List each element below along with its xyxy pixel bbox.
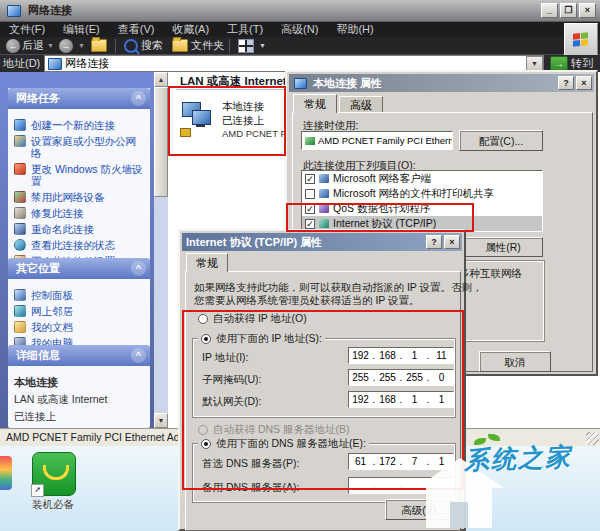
menu-advanced[interactable]: 高级(N): [272, 22, 327, 37]
network-tasks-header[interactable]: 网络任务 ^: [8, 88, 150, 109]
scroll-down-icon[interactable]: ▼: [154, 413, 168, 428]
tab-general[interactable]: 常规: [186, 253, 228, 272]
toolbar: ← 后退 ▼ → ▼ 搜索 文件夹 ▼: [0, 37, 600, 55]
properties-button[interactable]: 属性(R): [463, 237, 543, 257]
scrollbar-thumb[interactable]: [154, 87, 168, 197]
address-label: 地址(D): [3, 56, 40, 71]
other-places-header[interactable]: 其它位置 ^: [8, 258, 150, 279]
chevron-up-icon[interactable]: ^: [131, 261, 146, 276]
back-icon[interactable]: ←: [6, 39, 20, 53]
tcpip-dialog-titlebar: Internet 协议 (TCP/IP) 属性 ? ×: [182, 233, 462, 251]
close-button[interactable]: ×: [579, 3, 596, 18]
sidebar-item-rename[interactable]: 重命名此连接: [14, 223, 146, 235]
sidebar-item-home-network[interactable]: 设置家庭或小型办公网络: [14, 135, 146, 159]
search-icon[interactable]: [124, 39, 138, 53]
network-tasks-title: 网络任务: [16, 92, 60, 104]
tcpip-description-line2: 您需要从网络系统管理员处获得适当的 IP 设置。: [194, 294, 420, 308]
sidebar-item-network-places[interactable]: 网上邻居: [14, 305, 146, 317]
task-pane-sidebar: 网络任务 ^ 创建一个新的连接 设置家庭或小型办公网络 更改 Windows 防…: [0, 72, 154, 428]
sidebar-item-view-status[interactable]: 查看此连接的状态: [14, 239, 146, 251]
status-text: AMD PCNET Family PCI Ethernet Adapter: [6, 431, 204, 443]
client-icon: [319, 174, 329, 183]
folders-icon[interactable]: [172, 39, 188, 52]
go-label[interactable]: 转到: [571, 56, 593, 71]
description-groupbox: 多种互联网络: [455, 260, 545, 342]
sidebar-item-control-panel[interactable]: 控制面板: [14, 289, 146, 301]
list-item-label: Microsoft 网络的文件和打印机共享: [333, 187, 494, 201]
new-connection-icon: [14, 119, 26, 131]
maximize-button[interactable]: ❐: [560, 3, 577, 18]
home-network-icon: [14, 135, 26, 147]
configure-button[interactable]: 配置(C)...: [459, 130, 543, 151]
forward-dropdown-icon[interactable]: ▼: [78, 42, 85, 49]
annotation-box-tcpip-item: [286, 203, 474, 232]
checkbox[interactable]: [305, 174, 315, 184]
repair-wrench-icon: [14, 207, 26, 219]
sidebar-item-new-connection[interactable]: 创建一个新的连接: [14, 119, 146, 131]
search-label[interactable]: 搜索: [141, 38, 163, 53]
control-panel-icon: [14, 289, 26, 301]
list-item-client[interactable]: Microsoft 网络客户端: [302, 171, 542, 186]
address-value: 网络连接: [65, 56, 109, 71]
chevron-up-icon[interactable]: ^: [131, 91, 146, 106]
menu-help[interactable]: 帮助(H): [327, 22, 382, 37]
back-dropdown-icon[interactable]: ▼: [47, 42, 54, 49]
sidebar-item-my-documents[interactable]: 我的文档: [14, 321, 146, 333]
resize-grip[interactable]: [586, 432, 599, 445]
chevron-up-icon[interactable]: ^: [131, 348, 146, 363]
shortcut-arrow-icon: ➚: [31, 484, 44, 497]
desktop-icon-software[interactable]: ➚: [32, 452, 76, 496]
partial-desktop-icon[interactable]: [0, 456, 12, 490]
folders-label[interactable]: 文件夹: [191, 38, 224, 53]
sidebar-scrollbar[interactable]: ▲ ▼: [154, 72, 168, 428]
close-icon[interactable]: ×: [444, 235, 460, 249]
sidebar-item-disable-device[interactable]: 禁用此网络设备: [14, 191, 146, 203]
help-icon[interactable]: ?: [558, 76, 574, 90]
toolbar-separator: [229, 39, 230, 53]
toolbar-separator: [115, 39, 116, 53]
details-panel: 详细信息 ^ 本地连接 LAN 或高速 Internet 已连接上: [8, 345, 150, 428]
advanced-button[interactable]: 高级(V)...: [385, 499, 461, 520]
minimize-button[interactable]: _: [541, 3, 558, 18]
screenshot-root: 网络连接 _ ❐ × 文件(F) 编辑(E) 查看(V) 收藏(A) 工具(T)…: [0, 0, 600, 531]
forward-icon[interactable]: →: [59, 39, 73, 53]
details-connection-type: LAN 或高速 Internet: [14, 393, 146, 407]
menu-tools[interactable]: 工具(T): [218, 22, 272, 37]
sidebar-item-repair[interactable]: 修复此连接: [14, 207, 146, 219]
lan-dialog-titlebar: 本地连接 属性 ? ×: [289, 74, 594, 92]
menu-bar: 文件(F) 编辑(E) 查看(V) 收藏(A) 工具(T) 高级(N) 帮助(H…: [0, 22, 600, 37]
menu-favorites[interactable]: 收藏(A): [163, 22, 218, 37]
other-places-title: 其它位置: [16, 262, 60, 274]
scroll-up-icon[interactable]: ▲: [154, 72, 168, 87]
details-connection-status: 已连接上: [14, 410, 146, 424]
views-dropdown-icon[interactable]: ▼: [259, 42, 266, 49]
list-item-file-sharing[interactable]: Microsoft 网络的文件和打印机共享: [302, 186, 542, 201]
details-header[interactable]: 详细信息 ^: [8, 345, 150, 366]
tcpip-description-line1: 如果网络支持此功能，则可以获取自动指派的 IP 设置。否则，: [194, 281, 483, 295]
menu-view[interactable]: 查看(V): [109, 22, 164, 37]
desktop-icon-label[interactable]: 装机必备: [18, 498, 88, 512]
tab-advanced[interactable]: 高级: [339, 96, 383, 113]
help-icon[interactable]: ?: [426, 235, 442, 249]
windows-logo: [564, 23, 598, 56]
menu-file[interactable]: 文件(F): [0, 22, 54, 37]
file-sharing-icon: [319, 189, 329, 198]
adapter-name: AMD PCNET Family PCI Ethernet: [318, 135, 453, 146]
tab-general[interactable]: 常规: [293, 94, 337, 113]
window-icon: [7, 5, 21, 17]
disable-device-icon: [14, 191, 26, 203]
up-folder-icon[interactable]: [91, 39, 107, 52]
my-documents-icon: [14, 321, 26, 333]
sidebar-item-firewall[interactable]: 更改 Windows 防火墙设置: [14, 163, 146, 187]
cancel-button[interactable]: 取消: [479, 351, 551, 372]
details-connection-name: 本地连接: [14, 375, 146, 390]
window-title: 网络连接: [28, 3, 539, 18]
other-places-panel: 其它位置 ^ 控制面板 网上邻居 我的文档 我的电脑: [8, 258, 150, 359]
menu-edit[interactable]: 编辑(E): [54, 22, 109, 37]
close-icon[interactable]: ×: [576, 76, 592, 90]
checkbox[interactable]: [305, 189, 315, 199]
back-label[interactable]: 后退: [22, 38, 44, 53]
network-tasks-panel: 网络任务 ^ 创建一个新的连接 设置家庭或小型办公网络 更改 Windows 防…: [8, 88, 150, 277]
views-icon[interactable]: [238, 39, 254, 53]
address-dropdown-icon[interactable]: ▼: [526, 56, 543, 71]
